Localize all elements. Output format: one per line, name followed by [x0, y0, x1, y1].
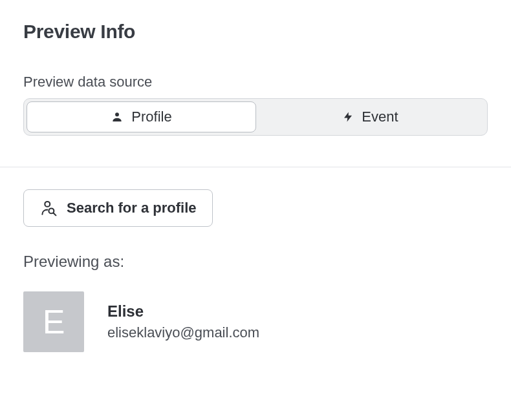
data-source-label: Preview data source — [23, 74, 488, 90]
section-divider — [0, 167, 511, 167]
segment-profile[interactable]: Profile — [27, 101, 256, 132]
svg-point-0 — [115, 112, 119, 116]
previewing-label: Previewing as: — [23, 253, 488, 271]
data-source-segmented-control: Profile Event — [23, 98, 488, 136]
svg-point-1 — [45, 202, 50, 207]
segment-profile-label: Profile — [131, 109, 171, 125]
page-title: Preview Info — [23, 21, 488, 43]
person-icon — [111, 110, 124, 123]
svg-line-3 — [53, 213, 56, 215]
profile-info: Elise eliseklaviyo@gmail.com — [107, 302, 259, 341]
person-search-icon — [39, 199, 58, 217]
profile-name: Elise — [107, 302, 259, 320]
segment-event[interactable]: Event — [256, 101, 484, 132]
search-profile-button-label: Search for a profile — [67, 200, 197, 216]
search-profile-button[interactable]: Search for a profile — [23, 189, 213, 227]
avatar: E — [23, 291, 84, 352]
profile-email: eliseklaviyo@gmail.com — [107, 324, 259, 341]
profile-card: E Elise eliseklaviyo@gmail.com — [23, 291, 488, 352]
bolt-icon — [342, 110, 354, 124]
segment-event-label: Event — [362, 109, 398, 125]
